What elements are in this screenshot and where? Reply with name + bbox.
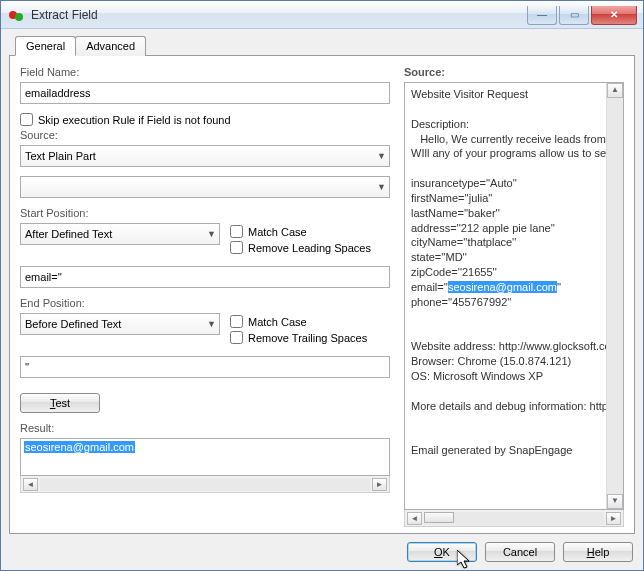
close-button[interactable]: ✕ <box>591 6 637 25</box>
remove-trailing-checkbox[interactable] <box>230 331 243 344</box>
scroll-up-icon[interactable]: ▲ <box>607 83 623 98</box>
src-line: address=''212 apple pie lane'' <box>411 221 617 236</box>
remove-leading-label: Remove Leading Spaces <box>248 242 371 254</box>
scroll-track[interactable] <box>424 512 604 525</box>
scroll-right-icon[interactable]: ► <box>372 478 387 491</box>
source-select[interactable] <box>20 145 390 167</box>
src-line: WIll any of your programs allow us to se… <box>411 146 617 161</box>
secondary-select[interactable] <box>20 176 390 198</box>
start-text-input[interactable] <box>20 266 390 288</box>
match-case-label: Match Case <box>248 226 307 238</box>
src-line: Description: <box>411 117 617 132</box>
window-buttons: — ▭ ✕ <box>527 5 643 25</box>
ok-button[interactable]: OK <box>407 542 477 562</box>
src-line: state=''MD'' <box>411 250 617 265</box>
dialog-buttons: OK Cancel Help <box>9 534 635 562</box>
window: Extract Field — ▭ ✕ General Advanced Fie… <box>0 0 644 571</box>
source-label: Source: <box>20 129 390 141</box>
skip-rule-label: Skip execution Rule if Field is not foun… <box>38 114 231 126</box>
src-line: zipCode=''21655'' <box>411 265 617 280</box>
scroll-track[interactable] <box>40 478 370 491</box>
source-preview[interactable]: Website Visitor Request Description: Hel… <box>404 82 624 510</box>
scroll-right-icon[interactable]: ► <box>606 512 621 525</box>
help-button[interactable]: Help <box>563 542 633 562</box>
maximize-button[interactable]: ▭ <box>559 6 589 25</box>
vscroll-track[interactable] <box>607 98 623 494</box>
src-line: lastName=''baker'' <box>411 206 617 221</box>
field-name-input[interactable] <box>20 82 390 104</box>
end-position-label: End Position: <box>20 297 220 309</box>
highlighted-email: seosirena@gmail.com <box>448 281 557 293</box>
src-line: OS: Microsoft Windows XP <box>411 369 617 384</box>
result-scrollbar[interactable]: ◄ ► <box>20 476 390 493</box>
src-line: phone=''455767992'' <box>411 295 617 310</box>
skip-rule-checkbox[interactable] <box>20 113 33 126</box>
src-line: Email generated by SnapEngage <box>411 443 617 458</box>
titlebar[interactable]: Extract Field — ▭ ✕ <box>1 1 643 29</box>
remove-leading-checkbox[interactable] <box>230 241 243 254</box>
scroll-left-icon[interactable]: ◄ <box>23 478 38 491</box>
src-line: Website Visitor Request <box>411 87 617 102</box>
source-hscrollbar[interactable]: ◄ ► <box>404 510 624 527</box>
src-line: Website address: http://www.glocksoft.co… <box>411 339 617 354</box>
src-line: More details and debug information: http… <box>411 399 617 414</box>
right-column: Source: Website Visitor Request Descript… <box>404 66 624 527</box>
scroll-down-icon[interactable]: ▼ <box>607 494 623 509</box>
src-line: cityName=''thatplace'' <box>411 235 617 250</box>
src-line: Browser: Chrome (15.0.874.121) <box>411 354 617 369</box>
source-vscrollbar[interactable]: ▲ ▼ <box>606 83 623 509</box>
result-value: seosirena@gmail.com <box>24 441 135 453</box>
field-name-label: Field Name: <box>20 66 390 78</box>
window-title: Extract Field <box>31 8 98 22</box>
src-line: email=''seosirena@gmail.com'' <box>411 280 617 295</box>
left-column: Field Name: Skip execution Rule if Field… <box>20 66 390 527</box>
scroll-left-icon[interactable]: ◄ <box>407 512 422 525</box>
cancel-button[interactable]: Cancel <box>485 542 555 562</box>
client-area: General Advanced Field Name: Skip execut… <box>1 29 643 570</box>
minimize-button[interactable]: — <box>527 6 557 25</box>
src-line: firstName=''julia'' <box>411 191 617 206</box>
scroll-thumb[interactable] <box>424 512 454 523</box>
match-case-end-checkbox[interactable] <box>230 315 243 328</box>
result-label: Result: <box>20 422 390 434</box>
start-position-label: Start Position: <box>20 207 220 219</box>
tab-general[interactable]: General <box>15 36 76 56</box>
remove-trailing-label: Remove Trailing Spaces <box>248 332 367 344</box>
tab-advanced[interactable]: Advanced <box>75 36 146 56</box>
src-line: Hello, We currently receive leads from a… <box>411 132 617 147</box>
match-case-start-checkbox[interactable] <box>230 225 243 238</box>
end-text-input[interactable] <box>20 356 390 378</box>
tabstrip: General Advanced <box>15 35 635 55</box>
end-position-select[interactable] <box>20 313 220 335</box>
src-line: insurancetype=''Auto'' <box>411 176 617 191</box>
start-position-select[interactable] <box>20 223 220 245</box>
source-panel-label: Source: <box>404 66 624 78</box>
tab-panel: Field Name: Skip execution Rule if Field… <box>9 55 635 534</box>
result-box[interactable]: seosirena@gmail.com <box>20 438 390 476</box>
test-button[interactable]: TTestest <box>20 393 100 413</box>
app-icon <box>9 7 25 23</box>
match-case-label-2: Match Case <box>248 316 307 328</box>
